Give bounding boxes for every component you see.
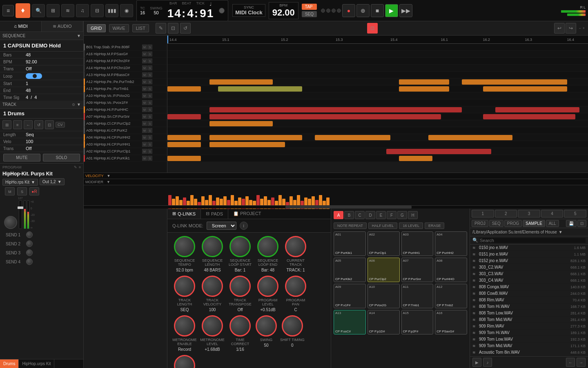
logo-btn[interactable]: ♦ <box>16 3 30 18</box>
track-m-btn-A06[interactable]: M <box>142 121 147 126</box>
pan-knob[interactable] <box>4 216 17 229</box>
solo-btn[interactable]: SOLO <box>43 154 80 162</box>
type-all-btn[interactable]: ALL <box>546 220 559 227</box>
note-A03[interactable] <box>209 142 285 147</box>
pad-A12[interactable]: A12 CP P.Tmb2 <box>435 284 467 308</box>
track-s-btn-A02[interactable]: S <box>147 149 152 154</box>
track-m-btn-A02[interactable]: M <box>142 149 147 154</box>
bpm-row-val[interactable]: 92.00 <box>26 59 37 64</box>
pad-letter-C[interactable]: C <box>355 211 365 219</box>
qlink-knob-5[interactable] <box>174 276 195 297</box>
track-s-btn-A09[interactable]: S <box>147 100 152 105</box>
track-s-btn-A03[interactable]: S <box>147 142 152 147</box>
pad-A14[interactable]: A14 CP P.p1D# <box>368 310 400 334</box>
bottom-tab-hiphop[interactable]: HipHop.urps Kit <box>19 359 54 368</box>
qlink-knob-9[interactable] <box>285 276 306 297</box>
file-303_C2.WAV[interactable]: ≋ 303_C2.WAV 668.1 KB <box>470 264 588 271</box>
browser-path-chevron[interactable]: ▼ <box>559 230 563 234</box>
play-btn[interactable]: ▶ <box>385 4 398 17</box>
mute-btn[interactable]: MUTE <box>3 154 40 162</box>
file-808-Rim.WAV[interactable]: ≋ 808 Rim.WAV 70.4 KB <box>470 297 588 303</box>
bars-val[interactable]: 48 <box>26 52 31 57</box>
region-tool-btn[interactable]: ⊡ <box>168 23 178 34</box>
track-m-btn-A13[interactable]: M <box>142 72 147 77</box>
seq-btn[interactable]: SEQ <box>302 11 317 17</box>
file-909-Tom-Low.WAV[interactable]: ≋ 909 Tom Low.WAV 192.3 KB <box>470 336 588 343</box>
time-sig-den[interactable]: 4 <box>34 95 37 100</box>
pads-tab[interactable]: ⊟ PADS <box>201 209 228 219</box>
track-piano-btn[interactable]: ≡ <box>13 120 22 129</box>
mixer-btn[interactable]: ⊟ <box>91 4 104 17</box>
qlink-knob-8[interactable] <box>257 276 278 297</box>
track-s-btn-A16[interactable]: S <box>147 52 152 56</box>
note-A04[interactable] <box>167 135 201 140</box>
qlink-knob-2[interactable] <box>229 236 251 257</box>
pad-letter-E[interactable]: E <box>376 211 386 219</box>
track-copy-btn[interactable]: ⊡ <box>45 120 54 129</box>
file-808-Tom-Low.WAV[interactable]: ≋ 808 Tom Low.WAV 281.4 KB <box>470 310 588 316</box>
pad-fn-half-level[interactable]: HALF LEVEL <box>368 222 398 229</box>
file-0152-jno-e.WAV[interactable]: ≋ 0152 jno e.WAV 828.1 KB <box>470 258 588 264</box>
note-A11[interactable] <box>167 86 201 92</box>
note-A04[interactable] <box>315 135 390 140</box>
track-s-btn-A06[interactable]: S <box>147 121 152 126</box>
pad-A01[interactable]: A01 CP PurKik1 <box>334 231 366 256</box>
output-dropdown[interactable]: Out 1,2 ▼ <box>40 178 65 185</box>
midi-btn[interactable]: ♫ <box>76 4 89 17</box>
track-m-btn-A04[interactable]: M <box>142 135 147 140</box>
program-options-icon[interactable]: ≡ <box>79 165 81 169</box>
browser-search-input[interactable] <box>480 238 586 243</box>
file-303_C4.WAV[interactable]: ≋ 303_C4.WAV 668.1 KB <box>470 277 588 284</box>
time-sig-num[interactable]: 4 <box>26 95 28 100</box>
track-m-btn-A05[interactable]: M <box>142 128 147 133</box>
tab-list[interactable]: LIST <box>132 24 149 32</box>
browser-tab-1[interactable]: 1 <box>472 210 494 218</box>
track-m-btn-A08[interactable]: M <box>142 107 147 112</box>
qlink-knob-4[interactable] <box>285 236 306 257</box>
tab-grid[interactable]: GRID <box>87 24 106 32</box>
track-m-btn-A10[interactable]: M <box>142 93 147 98</box>
browser-tab-2[interactable]: 2 <box>495 210 517 218</box>
track-m-btn-A14[interactable]: M <box>142 65 147 70</box>
track-m-btn-A07[interactable]: M <box>142 114 147 119</box>
qlink-knob-15[interactable] <box>174 355 195 368</box>
record-btn[interactable]: ● <box>342 4 355 17</box>
note-A11[interactable] <box>483 86 567 92</box>
loop-toggle[interactable] <box>219 8 225 13</box>
track-m-btn-A09[interactable]: M <box>142 100 147 105</box>
qlink-knob-6[interactable] <box>202 276 223 297</box>
pad-A04[interactable]: A04 CP PurHH2 <box>435 231 467 256</box>
browser-save-btn[interactable]: 💾 <box>566 220 577 227</box>
pad-A06[interactable]: A06 CP PurClp2 <box>368 258 400 282</box>
send2-knob[interactable] <box>26 240 33 247</box>
pad-A16[interactable]: A16 CP PSaxG# <box>435 310 467 334</box>
track-s-btn-A11[interactable]: S <box>147 86 152 91</box>
tab-wave[interactable]: WAVE <box>109 24 129 32</box>
track-s-btn-A15[interactable]: S <box>147 58 152 63</box>
type-proj-btn[interactable]: PROJ <box>472 220 488 227</box>
qlink-knob-7[interactable] <box>229 276 251 297</box>
note-A06[interactable] <box>209 121 273 126</box>
rotate-tool-btn[interactable]: ↺ <box>180 23 191 34</box>
note-A11[interactable] <box>399 86 450 92</box>
tab-midi[interactable]: ♫ MIDI <box>0 21 42 31</box>
loop-toggle-btn[interactable] <box>26 73 42 79</box>
search-icon-btn[interactable]: 🔍 <box>32 4 45 17</box>
track-s-btn-A13[interactable]: S <box>147 72 152 77</box>
track-s-btn-A14[interactable]: S <box>147 65 152 70</box>
sequence-header[interactable]: SEQUENCE ▼ <box>0 32 83 40</box>
file-303_C3.WAV[interactable]: ≋ 303_C3.WAV 668.1 KB <box>470 271 588 277</box>
info-btn[interactable]: i <box>240 222 248 230</box>
pad-fn-16-level[interactable]: 16 LEVEL <box>399 222 423 229</box>
track-s-btn-A01[interactable]: S <box>147 156 152 161</box>
browser-copy-btn[interactable]: ⊡ <box>577 220 586 227</box>
pad-A13[interactable]: A13 CP P.ssC# <box>334 310 366 334</box>
type-sample-btn[interactable]: SAMPLE <box>523 220 545 227</box>
qlinks-tab[interactable]: ⊞ Q-LINKS <box>167 209 201 219</box>
bars-btn[interactable]: ▮▮▮ <box>105 4 118 17</box>
pad-letter-H[interactable]: H <box>408 211 418 219</box>
type-prog-btn[interactable]: PROG <box>504 220 522 227</box>
note-A01[interactable] <box>167 156 201 161</box>
track-m-btn-A11[interactable]: M <box>142 86 147 91</box>
track-cv-btn[interactable]: CV <box>56 122 65 128</box>
